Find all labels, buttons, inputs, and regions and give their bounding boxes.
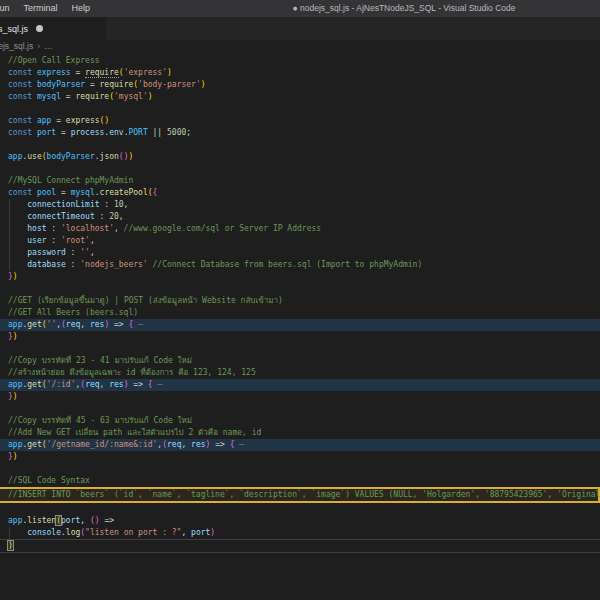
folded-code-ellipsis[interactable]: ⋯ <box>234 440 244 449</box>
code-token: = <box>56 188 70 197</box>
code-token: : <box>66 248 80 257</box>
code-token: //GET (เรียกข้อมูลขึ้นมาดู) | POST (ส่งข… <box>8 296 283 305</box>
code-token: bodyParser <box>37 80 85 89</box>
code-line[interactable]: ) <box>0 539 600 553</box>
code-line[interactable]: app.listen(port, () => <box>0 515 600 527</box>
code-token: , <box>90 248 95 257</box>
code-token: app <box>8 380 22 389</box>
folded-code-ellipsis[interactable]: ⋯ <box>153 380 163 389</box>
code-token: express <box>37 68 71 77</box>
code-token: user <box>8 236 47 245</box>
code-token: //สร้างหน้าย่อย ดึงข้อมูลเฉพาะ id ที่ต้อ… <box>8 368 256 377</box>
code-line[interactable] <box>0 103 600 115</box>
code-token: , <box>124 200 129 209</box>
code-line[interactable]: console.log("listen on port : ?", port) <box>0 527 600 539</box>
code-token: require <box>75 92 109 101</box>
code-token: //www.google.com/sql or Server IP Addres… <box>124 224 321 233</box>
code-token: //Add New GET เปลี่ยน path และใส่ตัวแปรไ… <box>8 428 261 437</box>
code-line[interactable]: app.get('/:id',(req, res) => { ⋯ <box>0 379 600 391</box>
code-token: 'nodejs_beers' <box>80 260 147 269</box>
code-line[interactable]: //GET All Beers (beers.sql) <box>0 307 600 319</box>
breadcrumb-more[interactable]: … <box>44 40 53 53</box>
menu-item-run[interactable]: Run <box>0 0 17 17</box>
code-token: : <box>66 260 80 269</box>
code-token: , <box>100 380 110 389</box>
code-line[interactable] <box>0 163 600 175</box>
breadcrumb[interactable]: nodejs_sql.js › … <box>0 40 600 53</box>
tab-nodejs-sql[interactable]: nodejs_sql.js <box>0 17 106 40</box>
code-line[interactable]: const bodyParser = require('body-parser'… <box>0 79 600 91</box>
code-token: require <box>85 68 119 78</box>
code-token: = <box>71 68 85 77</box>
code-line[interactable]: database : 'nodejs_beers' //Connect Data… <box>0 259 600 271</box>
code-line[interactable]: //Copy บรรทัดที่ 45 - 63 มาปรับแก้ Code … <box>0 415 600 427</box>
modified-dot-icon[interactable] <box>36 25 43 32</box>
code-line[interactable]: const app = express() <box>0 115 600 127</box>
code-line[interactable]: //Add New GET เปลี่ยน path และใส่ตัวแปรไ… <box>0 427 600 439</box>
code-line[interactable]: const pool = mysql.createPool({ <box>0 187 600 199</box>
code-token: json <box>100 152 119 161</box>
code-line[interactable]: //INSERT INTO `beers` (`id`, `name`, `ta… <box>0 487 600 503</box>
code-line[interactable]: connectionLimit : 10, <box>0 199 600 211</box>
code-line[interactable]: //Copy บรรทัดที่ 23 - 41 มาปรับแก้ Code … <box>0 355 600 367</box>
code-line[interactable]: app.use(bodyParser.json()) <box>0 151 600 163</box>
code-token: const <box>8 116 32 125</box>
code-token: : <box>47 236 61 245</box>
code-line[interactable]: //GET (เรียกข้อมูลขึ้นมาดู) | POST (ส่งข… <box>0 295 600 307</box>
code-line[interactable]: }) <box>0 451 600 463</box>
code-token: const <box>8 188 32 197</box>
folded-code-ellipsis[interactable]: ⋯ <box>133 320 143 329</box>
code-line[interactable]: const express = require('express') <box>0 67 600 79</box>
code-token: port <box>61 516 80 525</box>
code-token: log <box>66 528 80 537</box>
code-token: ) <box>13 392 18 401</box>
code-line[interactable]: }) <box>0 391 600 403</box>
code-line[interactable]: //SQL Code Syntax <box>0 475 600 487</box>
code-token: ) <box>148 92 153 101</box>
code-token: process <box>71 128 105 137</box>
code-token: use <box>27 152 41 161</box>
code-token: require <box>100 80 134 89</box>
code-token: = <box>85 80 99 89</box>
code-token: ; <box>186 128 191 137</box>
menu-item-help[interactable]: Help <box>65 0 98 17</box>
breadcrumb-file[interactable]: nodejs_sql.js <box>0 40 33 53</box>
code-token: ) <box>104 116 109 125</box>
code-line[interactable]: }) <box>0 271 600 283</box>
code-token: const <box>8 128 32 137</box>
code-line[interactable]: app.get('',(req, res) => { ⋯ <box>0 319 600 331</box>
code-token: //MySQL Connect phpMyAdmin <box>8 176 133 185</box>
code-line[interactable]: }) <box>0 331 600 343</box>
code-line[interactable] <box>0 463 600 475</box>
code-line[interactable]: connectTimeout : 20, <box>0 211 600 223</box>
code-line[interactable]: app.get('/getname_id/:name&:id',(req, re… <box>0 439 600 451</box>
code-area[interactable]: //Open Call Expressconst express = requi… <box>0 53 600 553</box>
code-line[interactable] <box>0 283 600 295</box>
code-token: '' <box>47 320 57 329</box>
code-token: '/getname_id/:name&:id' <box>47 440 158 449</box>
code-token: ) <box>13 452 18 461</box>
code-token: ) <box>13 272 18 281</box>
code-line[interactable] <box>0 139 600 151</box>
menu-item-terminal[interactable]: Terminal <box>17 0 65 17</box>
code-line[interactable]: user : 'root', <box>0 235 600 247</box>
code-token: => <box>109 320 128 329</box>
code-line[interactable]: host : 'localhost', //www.google.com/sql… <box>0 223 600 235</box>
code-token: req <box>66 320 80 329</box>
title-bar: Run Terminal Help ● nodejs_sql.js - AjNe… <box>0 0 600 17</box>
code-line[interactable] <box>0 503 600 515</box>
code-line[interactable]: //สร้างหน้าย่อย ดึงข้อมูลเฉพาะ id ที่ต้อ… <box>0 367 600 379</box>
code-token: "listen on port : ?" <box>85 528 181 537</box>
code-token: const <box>8 80 32 89</box>
code-token: get <box>27 320 41 329</box>
code-line[interactable]: //Open Call Express <box>0 55 600 67</box>
code-token: : <box>100 200 114 209</box>
tab-bar: nodejs_sql.js <box>0 17 600 40</box>
code-line[interactable]: const port = process.env.PORT || 5000; <box>0 127 600 139</box>
code-line[interactable]: password : '', <box>0 247 600 259</box>
code-line[interactable]: const mysql = require('mysql') <box>0 91 600 103</box>
code-token: bodyParser <box>47 152 95 161</box>
code-line[interactable] <box>0 343 600 355</box>
code-line[interactable]: //MySQL Connect phpMyAdmin <box>0 175 600 187</box>
code-line[interactable] <box>0 403 600 415</box>
